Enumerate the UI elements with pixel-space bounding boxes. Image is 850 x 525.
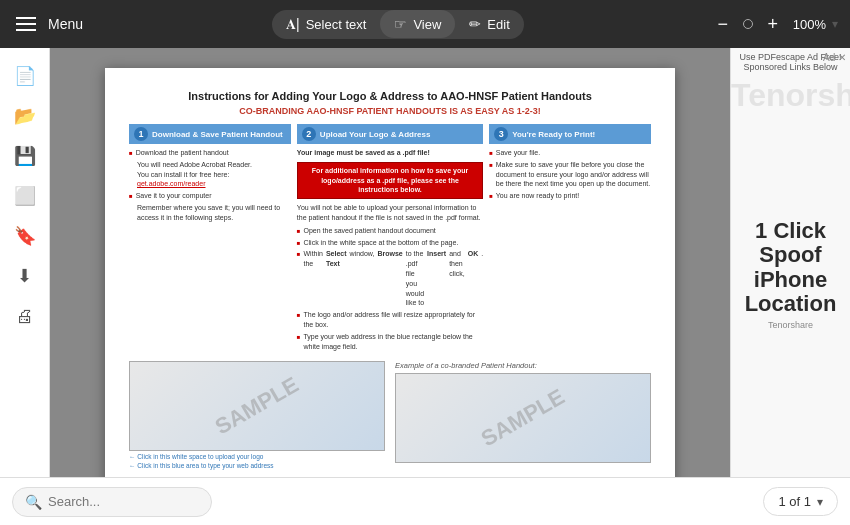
step-2-b4: The logo and/or address file will resize… — [297, 310, 483, 330]
step-1-num: 1 — [134, 127, 148, 141]
step-3-header: 3 You're Ready to Print! — [489, 124, 651, 144]
step-2-box: 2 Upload Your Logo & Address Your image … — [297, 124, 483, 353]
main-area: 📄 📂 💾 ⬜ 🔖 ⬇ 🖨 Instructions for Adding Yo… — [0, 48, 850, 477]
step-3-heading: You're Ready to Print! — [512, 130, 595, 139]
zoom-group: − + 100% ▾ — [709, 10, 838, 38]
acrobat-link[interactable]: get.adobe.com/reader — [137, 180, 206, 187]
sample-image-left: SAMPLE — [129, 361, 385, 451]
view-button[interactable]: ☞ View — [380, 10, 455, 38]
step-1-header: 1 Download & Save Patient Handout — [129, 124, 291, 144]
select-text-icon: 𝐀| — [286, 16, 300, 33]
step-3-b2: Make sure to save your file before you c… — [489, 160, 651, 189]
page-chevron-icon: ▾ — [817, 495, 823, 509]
zoom-level: 100% — [793, 17, 826, 32]
left-sidebar: 📄 📂 💾 ⬜ 🔖 ⬇ 🖨 — [0, 48, 50, 477]
bottom-bar: 🔍 1 of 1 ▾ — [0, 477, 850, 525]
step-2-content: Your image must be saved as a .pdf file!… — [297, 148, 483, 351]
arrow-label-2: ← Click in this blue area to type your w… — [129, 462, 385, 469]
toolbar: Menu 𝐀| Select text ☞ View ✏ Edit − + 10… — [0, 0, 850, 48]
ad-bg-text: Tenorshare — [731, 78, 850, 113]
search-icon: 🔍 — [25, 494, 42, 510]
step-3-content: Save your file. Make sure to save your f… — [489, 148, 651, 201]
step-3-num: 3 — [494, 127, 508, 141]
step-2-body: You will not be able to upload your pers… — [297, 203, 483, 223]
step-3-box: 3 You're Ready to Print! Save your file.… — [489, 124, 651, 353]
step-2-note: Your image must be saved as a .pdf file! — [297, 148, 483, 158]
step-1-bullet-1: Download the patient handout — [129, 148, 291, 158]
right-image-section: Example of a co-branded Patient Handout:… — [395, 361, 651, 469]
ad-close-button[interactable]: Ad ✕ — [823, 52, 846, 63]
ad-source: Tenorshare — [768, 320, 813, 330]
step-2-b1: Open the saved patient handout document — [297, 226, 483, 236]
step-2-b3: Within the Select Text window, Browse to… — [297, 249, 483, 308]
left-image-section: SAMPLE ← Click in this white space to up… — [129, 361, 385, 469]
sidebar-open-icon[interactable]: 📂 — [7, 98, 43, 134]
pdf-subtitle: CO-BRANDING AAO-HNSF PATIENT HANDOUTS IS… — [129, 106, 651, 116]
zoom-in-button[interactable]: + — [759, 10, 787, 38]
sidebar-save-icon[interactable]: 💾 — [7, 138, 43, 174]
zoom-circle — [743, 19, 753, 29]
step-1-acrobat: You will need Adobe Acrobat Reader.You c… — [137, 160, 291, 189]
pdf-document: Instructions for Adding Your Logo & Addr… — [105, 68, 675, 477]
tool-group: 𝐀| Select text ☞ View ✏ Edit — [272, 10, 524, 39]
step-2-heading: Upload Your Logo & Address — [320, 130, 431, 139]
step-1-content: Download the patient handout You will ne… — [129, 148, 291, 223]
page-indicator[interactable]: 1 of 1 ▾ — [763, 487, 838, 516]
step-3-b3: You are now ready to print! — [489, 191, 651, 201]
zoom-out-button[interactable]: − — [709, 10, 737, 38]
search-input[interactable] — [48, 494, 188, 509]
steps-row: 1 Download & Save Patient Handout Downlo… — [129, 124, 651, 353]
sidebar-layout-icon[interactable]: ⬜ — [7, 178, 43, 214]
sidebar-download-icon[interactable]: ⬇ — [7, 258, 43, 294]
step-1-box: 1 Download & Save Patient Handout Downlo… — [129, 124, 291, 353]
menu-label: Menu — [48, 16, 83, 32]
edit-icon: ✏ — [469, 16, 481, 32]
ad-main-text: 1 Click Spoof iPhone Location — [735, 219, 846, 316]
step-2-b5: Type your web address in the blue rectan… — [297, 332, 483, 352]
menu-button[interactable] — [12, 13, 40, 35]
page-indicator-text: 1 of 1 — [778, 494, 811, 509]
right-sidebar-ad: Use PDFescape Ad Free! Sponsored Links B… — [730, 48, 850, 477]
sample-image-right: SAMPLE — [395, 373, 651, 463]
step-3-b1: Save your file. — [489, 148, 651, 158]
step-2-num: 2 — [302, 127, 316, 141]
hand-icon: ☞ — [394, 16, 407, 32]
step-1-bullet-2: Save it to your computer — [129, 191, 291, 201]
pdf-scroll-area[interactable]: Instructions for Adding Your Logo & Addr… — [50, 48, 730, 477]
sidebar-new-file-icon[interactable]: 📄 — [7, 58, 43, 94]
step-1-note: Remember where you save it; you will nee… — [137, 203, 291, 223]
sidebar-bookmark-icon[interactable]: 🔖 — [7, 218, 43, 254]
example-label: Example of a co-branded Patient Handout: — [395, 361, 651, 370]
step-2-highlight: For additional information on how to sav… — [297, 162, 483, 199]
sidebar-print-icon[interactable]: 🖨 — [7, 298, 43, 334]
zoom-chevron-icon[interactable]: ▾ — [832, 17, 838, 31]
ad-content: Tenorshare 1 Click Spoof iPhone Location… — [731, 72, 850, 477]
images-section: SAMPLE ← Click in this white space to up… — [129, 361, 651, 469]
search-box[interactable]: 🔍 — [12, 487, 212, 517]
pdf-title: Instructions for Adding Your Logo & Addr… — [129, 90, 651, 102]
pdf-viewer-wrap: Instructions for Adding Your Logo & Addr… — [50, 48, 730, 477]
arrow-label-1: ← Click in this white space to upload yo… — [129, 453, 385, 460]
step-2-b2: Click in the white space at the bottom o… — [297, 238, 483, 248]
step-1-heading: Download & Save Patient Handout — [152, 130, 283, 139]
step-2-header: 2 Upload Your Logo & Address — [297, 124, 483, 144]
select-text-button[interactable]: 𝐀| Select text — [272, 10, 380, 39]
edit-button[interactable]: ✏ Edit — [455, 10, 523, 38]
